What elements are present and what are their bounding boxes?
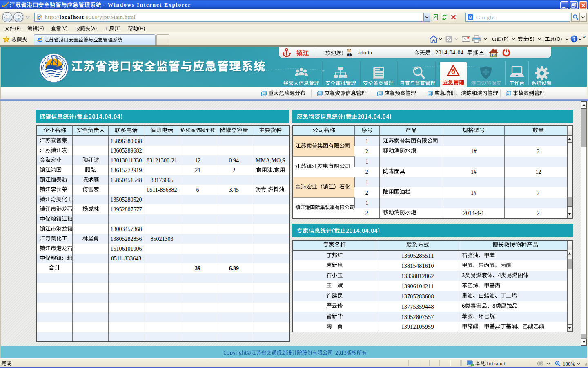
svg-text:?: ? — [572, 36, 575, 42]
